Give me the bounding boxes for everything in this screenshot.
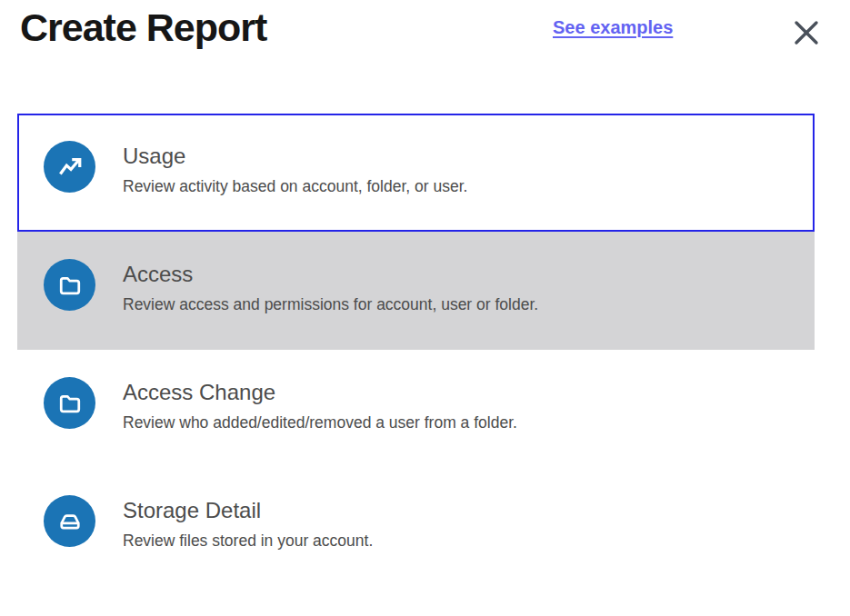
report-type-list: Usage Review activity based on account, … [17,114,815,586]
close-icon [789,15,824,50]
option-description: Review access and permissions for accoun… [123,293,538,315]
option-description: Review who added/edited/removed a user f… [123,412,517,433]
option-description: Review files stored in your account. [123,530,373,551]
folder-icon [44,377,95,429]
option-texts: Storage Detail Review files stored in yo… [123,495,373,551]
option-title: Access [123,261,538,288]
close-button[interactable] [782,8,831,57]
page-title: Create Report [20,5,266,50]
storage-drive-icon [44,495,95,547]
see-examples-link[interactable]: See examples [553,17,673,38]
option-texts: Access Change Review who added/edited/re… [123,377,517,433]
option-texts: Access Review access and permissions for… [123,259,538,315]
report-option-storage-detail[interactable]: Storage Detail Review files stored in yo… [17,468,815,586]
report-option-access-change[interactable]: Access Change Review who added/edited/re… [17,350,815,468]
option-title: Storage Detail [123,497,373,524]
folder-icon [44,259,95,311]
option-texts: Usage Review activity based on account, … [123,141,467,197]
trend-up-icon [44,141,95,193]
report-option-access[interactable]: Access Review access and permissions for… [17,232,815,350]
option-description: Review activity based on account, folder… [123,175,467,197]
option-title: Usage [123,143,467,170]
report-option-usage[interactable]: Usage Review activity based on account, … [17,114,815,232]
option-title: Access Change [123,379,517,406]
create-report-dialog: Create Report See examples Usage Review … [0,0,850,616]
